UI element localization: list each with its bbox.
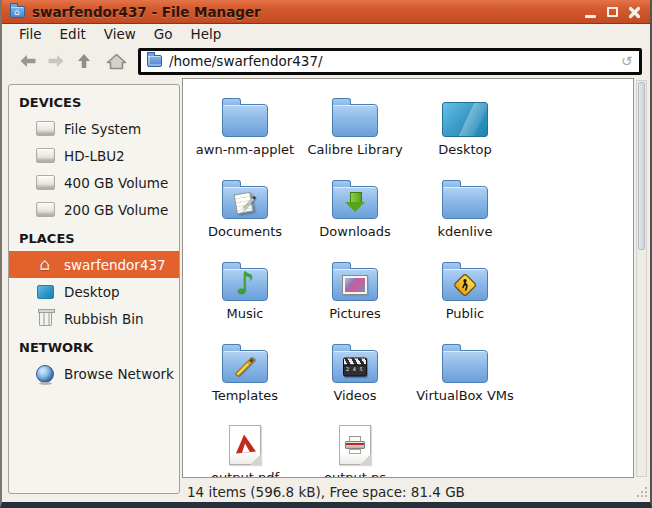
status-text: 14 items (596.8 kB), Free space: 81.4 GB xyxy=(187,484,465,500)
videos-folder-icon xyxy=(332,350,378,383)
menu-go[interactable]: Go xyxy=(145,24,182,44)
back-button[interactable] xyxy=(14,48,42,74)
file-item-virtualbox-vms[interactable]: VirtualBox VMs xyxy=(410,337,520,419)
scrollbar-thumb[interactable] xyxy=(638,82,645,250)
sidebar: DEVICES File System HD-LBU2 400 GB Volum… xyxy=(8,84,180,494)
file-label: Templates xyxy=(212,388,278,404)
clapperboard-icon xyxy=(343,357,367,376)
folder-icon xyxy=(332,104,378,137)
vertical-scrollbar[interactable] xyxy=(636,80,647,477)
drive-icon xyxy=(35,121,55,136)
file-label: Pictures xyxy=(329,306,380,322)
file-item-public[interactable]: Public xyxy=(410,255,520,337)
menubar: File Edit View Go Help xyxy=(2,24,650,44)
sidebar-item-400gb-volume[interactable]: 400 GB Volume xyxy=(9,169,179,196)
window-folder-icon: ⌂ xyxy=(10,6,25,18)
toolbar: /home/swarfendor437/ ↻ xyxy=(2,44,650,78)
file-item-music[interactable]: ♪ Music xyxy=(190,255,300,337)
document-emblem-icon xyxy=(233,192,257,214)
file-label: Videos xyxy=(333,388,376,404)
up-button[interactable] xyxy=(70,48,98,74)
drive-icon xyxy=(35,202,55,217)
menu-help[interactable]: Help xyxy=(182,24,231,44)
printer-file-icon xyxy=(339,425,371,465)
drive-icon xyxy=(35,175,55,190)
menu-file[interactable]: File xyxy=(10,24,51,44)
status-bar: 14 items (596.8 kB), Free space: 81.4 GB xyxy=(182,480,648,503)
maximize-button[interactable] xyxy=(605,4,619,20)
folder-icon xyxy=(222,104,268,137)
download-arrow-icon xyxy=(345,192,365,212)
file-label: Documents xyxy=(208,224,282,240)
sidebar-item-browse-network[interactable]: Browse Network xyxy=(9,360,179,387)
sidebar-item-200gb-volume[interactable]: 200 GB Volume xyxy=(9,196,179,223)
path-bar[interactable]: /home/swarfendor437/ ↻ xyxy=(138,48,642,75)
sidebar-item-home[interactable]: ⌂ swarfendor437 xyxy=(9,251,179,278)
file-label: output.ps xyxy=(324,470,386,478)
file-label: Downloads xyxy=(319,224,390,240)
file-label: Public xyxy=(446,306,484,322)
photo-emblem-icon xyxy=(343,276,367,294)
pdf-icon xyxy=(229,425,261,465)
path-folder-icon xyxy=(147,55,162,67)
file-view[interactable]: awn-nm-applet Calibre Library Desktop Do… xyxy=(182,78,634,478)
home-icon: ⌂ xyxy=(35,256,55,273)
file-item-output-pdf[interactable]: output.pdf xyxy=(190,419,300,478)
file-item-awn-nm-applet[interactable]: awn-nm-applet xyxy=(190,91,300,173)
sidebar-item-rubbish-bin[interactable]: Rubbish Bin xyxy=(9,305,179,332)
public-folder-icon xyxy=(442,268,488,301)
public-sign-icon xyxy=(452,272,478,298)
templates-folder-icon xyxy=(222,350,268,383)
file-item-templates[interactable]: Templates xyxy=(190,337,300,419)
file-item-desktop[interactable]: Desktop xyxy=(410,91,520,173)
close-icon xyxy=(628,6,641,19)
close-button[interactable] xyxy=(627,4,641,20)
pictures-folder-icon xyxy=(332,268,378,301)
sidebar-header-places: PLACES xyxy=(9,223,179,251)
file-item-calibre-library[interactable]: Calibre Library xyxy=(300,91,410,173)
folder-icon xyxy=(442,350,488,383)
resize-grip[interactable] xyxy=(636,486,648,498)
file-label: kdenlive xyxy=(438,224,493,240)
music-note-icon: ♪ xyxy=(235,268,254,298)
path-input[interactable]: /home/swarfendor437/ xyxy=(169,53,614,69)
pencil-icon xyxy=(235,356,256,377)
forward-arrow-icon xyxy=(47,54,65,68)
downloads-folder-icon xyxy=(332,186,378,219)
forward-button[interactable] xyxy=(42,48,70,74)
up-arrow-icon xyxy=(77,53,91,69)
sidebar-item-file-system[interactable]: File System xyxy=(9,115,179,142)
sidebar-item-desktop[interactable]: Desktop xyxy=(9,278,179,305)
file-manager-window: ⌂ swarfendor437 - File Manager File Edit… xyxy=(0,0,652,508)
sidebar-header-network: NETWORK xyxy=(9,332,179,360)
file-item-videos[interactable]: Videos xyxy=(300,337,410,419)
file-label: output.pdf xyxy=(211,470,279,478)
file-item-documents[interactable]: Documents xyxy=(190,173,300,255)
window-title: swarfendor437 - File Manager xyxy=(32,4,261,20)
titlebar[interactable]: ⌂ swarfendor437 - File Manager xyxy=(2,0,650,24)
content-area: DEVICES File System HD-LBU2 400 GB Volum… xyxy=(2,78,650,502)
file-item-pictures[interactable]: Pictures xyxy=(300,255,410,337)
refresh-icon[interactable]: ↻ xyxy=(621,54,633,68)
file-label: Calibre Library xyxy=(307,142,402,158)
globe-icon xyxy=(35,365,55,383)
file-label: Music xyxy=(227,306,264,322)
file-item-kdenlive[interactable]: kdenlive xyxy=(410,173,520,255)
window-controls xyxy=(583,0,641,24)
minimize-button[interactable] xyxy=(583,4,597,20)
file-item-output-ps[interactable]: output.ps xyxy=(300,419,410,478)
file-label: Desktop xyxy=(438,142,492,158)
home-button[interactable] xyxy=(102,48,130,74)
sidebar-header-devices: DEVICES xyxy=(9,87,179,115)
menu-edit[interactable]: Edit xyxy=(51,24,95,44)
home-icon xyxy=(106,53,127,70)
file-label: VirtualBox VMs xyxy=(416,388,514,404)
sidebar-item-hd-lbu2[interactable]: HD-LBU2 xyxy=(9,142,179,169)
file-item-downloads[interactable]: Downloads xyxy=(300,173,410,255)
desktop-icon xyxy=(35,285,55,299)
music-folder-icon: ♪ xyxy=(222,268,268,301)
file-label: awn-nm-applet xyxy=(196,142,294,158)
menu-view[interactable]: View xyxy=(95,24,145,44)
documents-folder-icon xyxy=(222,186,268,219)
back-arrow-icon xyxy=(19,54,37,68)
